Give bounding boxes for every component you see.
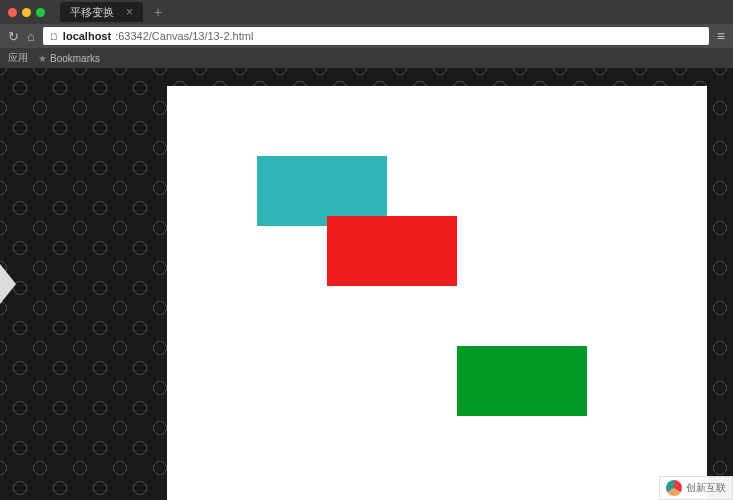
page-viewport: 创新互联 — [0, 68, 733, 500]
window-controls — [8, 8, 45, 17]
rect-green — [457, 346, 587, 416]
reload-icon[interactable]: ↻ — [8, 29, 19, 44]
new-tab-button[interactable]: + — [154, 4, 162, 20]
home-icon[interactable]: ⌂ — [27, 29, 35, 44]
watermark-logo-icon — [666, 480, 682, 496]
canvas — [167, 86, 707, 500]
close-tab-button[interactable]: × — [126, 5, 133, 19]
url-path: :63342/Canvas/13/13-2.html — [115, 30, 253, 42]
url-host: localhost — [63, 30, 111, 42]
watermark-arrow — [0, 264, 16, 304]
star-icon: ★ — [38, 53, 47, 64]
tab-title: 平移变换 — [70, 5, 114, 20]
url-input[interactable]: 🗋 localhost:63342/Canvas/13/13-2.html — [43, 27, 709, 45]
page-icon: 🗋 — [49, 31, 59, 42]
bookmarks-bar: 应用 ★ Bookmarks — [0, 48, 733, 68]
apps-label: 应用 — [8, 51, 28, 65]
watermark: 创新互联 — [659, 476, 733, 500]
window-titlebar: 平移变换 × + — [0, 0, 733, 24]
bookmarks-label: Bookmarks — [50, 53, 100, 64]
bookmarks-button[interactable]: ★ Bookmarks — [38, 53, 100, 64]
browser-tab[interactable]: 平移变换 × — [60, 2, 143, 22]
address-bar: ↻ ⌂ 🗋 localhost:63342/Canvas/13/13-2.htm… — [0, 24, 733, 48]
menu-icon[interactable]: ≡ — [717, 28, 725, 44]
close-window-button[interactable] — [8, 8, 17, 17]
apps-button[interactable]: 应用 — [8, 51, 28, 65]
watermark-text: 创新互联 — [686, 481, 726, 495]
rect-red — [327, 216, 457, 286]
maximize-window-button[interactable] — [36, 8, 45, 17]
minimize-window-button[interactable] — [22, 8, 31, 17]
